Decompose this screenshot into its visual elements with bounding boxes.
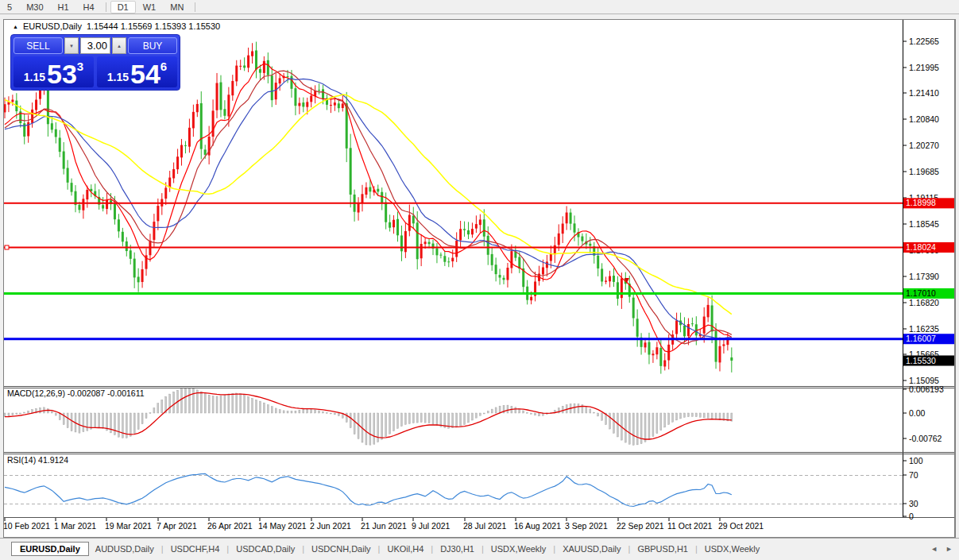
price-tick-label: 1.17390 [909,272,939,281]
chart-tab-eurusd-daily[interactable]: EURUSD,Daily [11,542,89,556]
spin-up-icon: ▲ [117,44,122,48]
rsi-label: RSI(14) 41.9124 [7,455,68,465]
date-label: 10 Feb 2021 [3,521,50,531]
buy-button[interactable]: BUY [128,37,177,54]
toolbar-separator [195,2,195,12]
date-label: 11 Oct 2021 [667,521,713,531]
chart-tab-dj30-h1[interactable]: DJ30,H1 [434,543,481,555]
price-tick-label: 1.21410 [909,88,939,98]
timeframe-toolbar: 5M30H1H4D1W1MN [0,0,959,14]
chart-tab-xauusd-daily[interactable]: XAUUSD,Daily [556,543,627,555]
timeframe-button-H4[interactable]: H4 [76,1,102,14]
chart-tab-audusd-daily[interactable]: AUDUSD,Daily [89,543,160,555]
chart-tab-usdchf-h4[interactable]: USDCHF,H4 [164,543,226,555]
sell-price-prefix: 1.15 [24,71,45,83]
chart-tab-usdx-weekly[interactable]: USDX,Weekly [485,543,552,555]
price-tick-label: 1.20270 [909,141,939,150]
price-tick-label: 1.18545 [909,219,939,229]
sell-price-big: 53 [47,61,77,87]
symbol-period-label: EURUSD,Daily [23,21,82,31]
price-tick-label: 1.21995 [909,63,939,72]
macd-label: MACD(12,26,9) -0.002087 -0.001611 [7,388,145,398]
price-flag-1.16007: 1.16007 [906,334,936,343]
date-label: 7 Apr 2021 [157,521,197,531]
price-tick-label: 1.22565 [909,37,939,46]
symbol-tab-bar: EURUSD,DailyAUDUSD,Daily|USDCHF,H4|USDCA… [0,538,959,558]
sell-button[interactable]: SELL [14,37,63,54]
chart-tab-gbpusd-h1[interactable]: GBPUSD,H1 [631,543,694,555]
one-click-trading-panel: SELL ▼ ▲ BUY 1.15 53 3 1.15 54 6 [10,34,180,91]
macd-tick-label: -0.00762 [909,434,942,443]
chart-tab-ukoil-h4[interactable]: UKOil,H4 [381,543,430,555]
timeframe-button-M30[interactable]: M30 [19,1,50,14]
tab-scroll-right-icon[interactable]: ► [945,545,953,553]
date-label: 1 Mar 2021 [54,521,96,531]
price-tick-label: 1.20840 [909,114,939,124]
macd-tick-label: 0.00 [909,408,926,418]
price-tick-label: 1.16235 [909,324,939,334]
date-label: 29 Oct 2021 [718,521,764,531]
date-label: 2 Jun 2021 [310,521,351,531]
buy-price-big: 54 [130,61,160,87]
date-label: 3 Sep 2021 [565,521,608,531]
tab-scroll-arrows: ◄► [930,545,959,553]
price-flag-1.18024: 1.18024 [906,242,936,252]
date-label: 16 Aug 2021 [514,521,561,531]
toolbar-separator [106,2,106,12]
timeframe-button-MN[interactable]: MN [163,1,191,14]
volume-input[interactable] [80,37,110,54]
chart-tab-usdcad-daily[interactable]: USDCAD,Daily [230,543,301,555]
collapse-triangle-icon[interactable]: ▲ [13,24,18,29]
date-label: 19 Mar 2021 [105,521,152,531]
rsi-tick-label: 100 [909,456,923,465]
date-label: 21 Jun 2021 [361,521,407,531]
volume-increase-button[interactable]: ▲ [112,37,126,54]
macd-tick-label: 0.006193 [909,384,944,394]
rsi-tick-label: 0 [909,512,914,521]
chart-tab-usdcnh-daily[interactable]: USDCNH,Daily [305,543,377,555]
volume-decrease-button[interactable]: ▼ [64,37,79,54]
spin-down-icon: ▼ [69,44,74,48]
timeframe-button-W1[interactable]: W1 [136,1,164,14]
price-tick-label: 1.16820 [909,298,939,307]
date-label: 9 Jul 2021 [412,521,450,531]
price-flag-1.17010: 1.17010 [906,288,936,298]
date-label: 26 Apr 2021 [207,521,253,531]
buy-price-box[interactable]: 1.15 54 6 [97,56,177,87]
price-tick-label: 1.19685 [909,167,939,176]
buy-price-pip: 6 [160,60,167,73]
date-label: 28 Jul 2021 [463,521,506,531]
timeframe-button-5[interactable]: 5 [0,1,19,14]
date-label: 14 May 2021 [258,521,307,531]
timeframe-button-D1[interactable]: D1 [110,1,136,14]
ohlc-values: 1.15444 1.15569 1.15393 1.15530 [87,21,220,31]
timeframe-button-H1[interactable]: H1 [51,1,76,14]
chart-title: ▲ EURUSD,Daily 1.15444 1.15569 1.15393 1… [13,21,220,31]
tab-scroll-left-icon[interactable]: ◄ [930,545,938,553]
rsi-tick-label: 30 [909,499,918,508]
price-flag-1.15530: 1.15530 [906,356,936,365]
buy-price-prefix: 1.15 [107,71,129,83]
sell-price-box[interactable]: 1.15 53 3 [14,56,94,87]
chart-tab-usdx-weekly[interactable]: USDX,Weekly [698,543,766,555]
price-flag-1.18998: 1.18998 [906,198,936,207]
rsi-tick-label: 70 [909,470,918,480]
date-label: 22 Sep 2021 [617,521,664,531]
sell-price-pip: 3 [77,60,83,73]
